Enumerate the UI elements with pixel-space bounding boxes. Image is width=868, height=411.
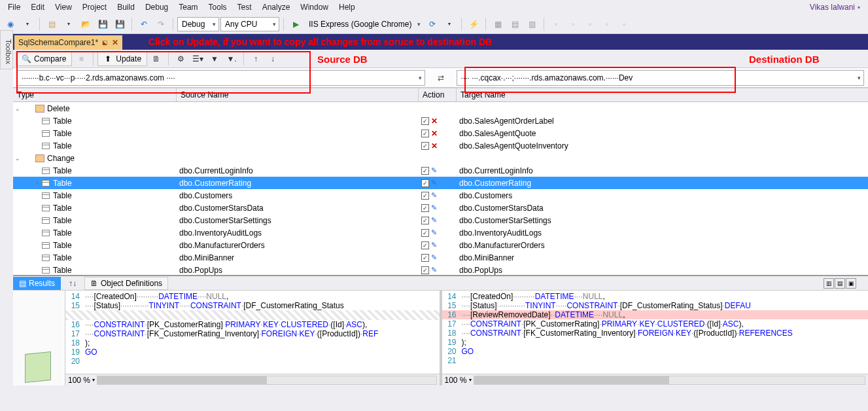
layout1-icon[interactable]: ▦	[490, 16, 506, 32]
code-diff-splitter: 14····[CreatedOn]··········DATETIME····N…	[13, 291, 868, 385]
compare-button[interactable]: 🔍 Compare	[16, 52, 72, 66]
document-tab[interactable]: SqlSchemaCompare1* ⬕ ✕	[14, 35, 122, 50]
right-pane: 14····[CreatedOn]··········DATETIME····N…	[442, 291, 869, 385]
left-hscroll[interactable]	[97, 376, 436, 385]
left-zoom-bar: 100 %▾	[65, 374, 440, 385]
update-button[interactable]: ⬆ Update	[97, 52, 147, 66]
right-hscroll[interactable]	[474, 376, 865, 385]
table-row[interactable]: Table✓✕dbo.SalesAgentQuote	[13, 127, 868, 139]
sort-icon[interactable]: ↑↓	[65, 276, 80, 291]
ext5-icon[interactable]: ▫	[616, 16, 632, 32]
compare-toolbar: 🔍 Compare ■ ⬆ Update 🗎 ⚙ ☰▾ ▼ ▼. ↑ ↓	[13, 50, 868, 68]
refresh-drop-icon[interactable]: ▾	[442, 16, 457, 32]
nav-back-icon[interactable]: ◉	[3, 16, 18, 32]
menu-build[interactable]: Build	[112, 1, 140, 13]
save-icon[interactable]: 💾	[95, 16, 111, 32]
menu-analyze[interactable]: Analyze	[257, 1, 296, 13]
layout-full-icon[interactable]: ▣	[846, 278, 856, 289]
left-code[interactable]: 14····[CreatedOn]··········DATETIME····N…	[65, 291, 440, 374]
table-row[interactable]: ›Tabledbo.CustomerRating✓✎dbo.CustomerRa…	[13, 177, 868, 189]
right-zoom-bar: 100 %▾	[442, 374, 869, 385]
run-target-dropdown[interactable]: IIS Express (Google Chrome)	[305, 17, 423, 31]
table-row[interactable]: Tabledbo.PopUps✓✎dbo.PopUps	[13, 264, 868, 276]
prev-icon[interactable]: ↑	[248, 51, 264, 67]
new-dropdown-icon[interactable]: ▾	[61, 16, 77, 32]
right-code[interactable]: 14····[CreatedOn]··········DATETIME····N…	[442, 291, 869, 374]
compare-label: Compare	[34, 54, 66, 63]
undo-icon[interactable]: ↶	[136, 16, 152, 32]
zoom-value[interactable]: 100 %	[445, 376, 467, 385]
table-row[interactable]: Tabledbo.InventoryAuditLogs✓✎dbo.Invento…	[13, 226, 868, 239]
menu-debug[interactable]: Debug	[140, 1, 173, 13]
user-menu[interactable]: Vikas lalwani▾	[805, 1, 865, 13]
ext4-icon[interactable]: ▫	[599, 16, 615, 32]
layout3-icon[interactable]: ▥	[524, 16, 540, 32]
menu-window[interactable]: Window	[295, 1, 334, 13]
annotation-destination: Destination DB	[749, 54, 820, 65]
source-db-dropdown[interactable]: ········b.c···vc···p·····2.rds.amazonaws…	[17, 70, 425, 86]
redo-icon[interactable]: ↷	[153, 16, 169, 32]
save-all-icon[interactable]: 💾	[112, 16, 128, 32]
browser-link-icon[interactable]: ⚡	[466, 16, 481, 32]
menu-view[interactable]: View	[50, 1, 77, 13]
table-row[interactable]: Tabledbo.CustomerStarSettings✓✎dbo.Custo…	[13, 214, 868, 226]
doc-tab-title: SqlSchemaCompare1*	[18, 38, 98, 47]
menu-test[interactable]: Test	[232, 1, 257, 13]
results-tab[interactable]: ▤ Results	[13, 277, 61, 290]
table-row[interactable]: Table✓✕dbo.SalesAgentOrderLabel	[13, 115, 868, 127]
layout2-icon[interactable]: ▤	[507, 16, 523, 32]
group-icon[interactable]: ☰▾	[190, 51, 205, 67]
platform-dropdown[interactable]: Any CPU	[220, 17, 279, 31]
close-icon[interactable]: ✕	[112, 38, 118, 47]
target-db-dropdown[interactable]: ···· ···.cqcax·.···;·······.rds.amazonaw…	[457, 70, 865, 86]
table-row[interactable]: Tabledbo.Customers✓✎dbo.Customers	[13, 189, 868, 202]
table-row[interactable]: Tabledbo.CurrentLoginInfo✓✎dbo.CurrentLo…	[13, 164, 868, 177]
document-tab-strip: SqlSchemaCompare1* ⬕ ✕ Click on Update, …	[13, 34, 868, 50]
table-row[interactable]: Tabledbo.MiniBanner✓✎dbo.MiniBanner	[13, 251, 868, 264]
filter-icon[interactable]: ▼	[207, 51, 222, 67]
refresh-icon[interactable]: ⟳	[425, 16, 440, 32]
col-source[interactable]: Source Name	[177, 88, 419, 101]
upload-icon: ⬆	[103, 54, 113, 63]
table-row[interactable]: Table✓✕dbo.SalesAgentQuoteInventory	[13, 139, 868, 152]
group-row[interactable]: ⌄Change	[13, 152, 868, 164]
menu-tools[interactable]: Tools	[203, 1, 232, 13]
menu-team[interactable]: Team	[173, 1, 203, 13]
new-file-icon[interactable]: ▤	[44, 16, 60, 32]
ext1-icon[interactable]: ▫	[548, 16, 564, 32]
script-icon: 🗎	[90, 279, 98, 288]
definitions-tab[interactable]: 🗎 Object Definitions	[84, 277, 168, 290]
gear-icon[interactable]: ⚙	[173, 51, 188, 67]
main-toolbar: ◉ ▾ ▤ ▾ 📂 💾 💾 ↶ ↷ Debug Any CPU ▶ IIS Ex…	[0, 14, 868, 34]
menu-help[interactable]: Help	[334, 1, 360, 13]
group-row[interactable]: ⌄Delete	[13, 102, 868, 115]
toolbox-tab[interactable]: Toolbox	[0, 30, 13, 69]
col-action[interactable]: Action	[419, 88, 457, 101]
menu-file[interactable]: File	[3, 1, 26, 13]
annotation-update: Click on Update, if you want to copy all…	[148, 37, 492, 47]
zoom-value[interactable]: 100 %	[68, 376, 90, 385]
swap-icon[interactable]: ⇄	[429, 73, 453, 82]
layout-h-icon[interactable]: ▥	[824, 278, 834, 289]
table-row[interactable]: Tabledbo.ManufacturerOrders✓✎dbo.Manufac…	[13, 239, 868, 251]
open-icon[interactable]: 📂	[78, 16, 94, 32]
ext2-icon[interactable]: ▫	[565, 16, 581, 32]
col-target[interactable]: Target Name	[457, 88, 868, 101]
filter2-icon[interactable]: ▼.	[224, 51, 239, 67]
run-icon[interactable]: ▶	[288, 16, 304, 32]
menu-edit[interactable]: Edit	[26, 1, 50, 13]
minimap[interactable]	[13, 291, 65, 385]
config-dropdown[interactable]: Debug	[177, 17, 219, 31]
nav-dropdown-icon[interactable]: ▾	[20, 16, 35, 32]
ext3-icon[interactable]: ▫	[582, 16, 598, 32]
pin-icon[interactable]: ⬕	[102, 39, 108, 46]
col-type[interactable]: Type	[13, 88, 177, 101]
script-icon[interactable]: 🗎	[148, 51, 164, 67]
menu-project[interactable]: Project	[77, 1, 112, 13]
layout-v-icon[interactable]: ▤	[835, 278, 845, 289]
next-icon[interactable]: ↓	[265, 51, 281, 67]
db-selector-row: ········b.c···vc···p·····2.rds.amazonaws…	[13, 68, 868, 88]
table-row[interactable]: Tabledbo.CustomerStarsData✓✎dbo.Customer…	[13, 202, 868, 214]
grid-body: ⌄DeleteTable✓✕dbo.SalesAgentOrderLabelTa…	[13, 102, 868, 276]
results-label: Results	[29, 279, 55, 288]
